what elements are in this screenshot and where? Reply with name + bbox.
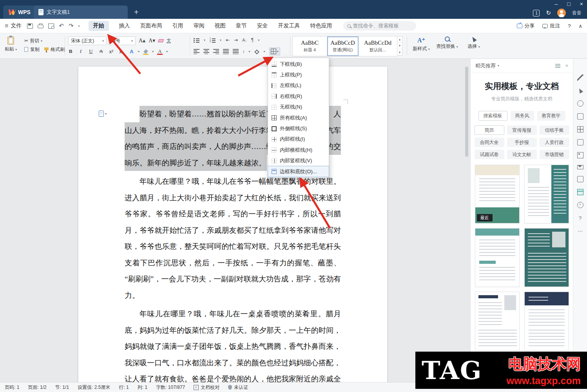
pinyin-guide-button[interactable]: 文 <box>167 38 171 43</box>
document-scrollbar[interactable] <box>465 61 469 379</box>
style-heading4[interactable]: AaBbC 标题 4 <box>293 36 327 56</box>
menu-item-all-borders[interactable]: 所有框线(A) <box>268 113 329 123</box>
tab-insert[interactable]: 插入 <box>119 22 130 29</box>
tab-security[interactable]: 安全 <box>257 22 268 29</box>
tag-papers[interactable]: 论文文献 <box>507 150 537 159</box>
menu-item-no-border[interactable]: 无框线(N) <box>268 102 329 113</box>
tab-review[interactable]: 审阅 <box>194 22 205 29</box>
template-thumbnail[interactable] <box>475 292 520 350</box>
table-icon[interactable] <box>577 126 583 132</box>
tab-education[interactable]: 教育教学 <box>537 111 565 121</box>
align-left-icon[interactable] <box>194 49 199 54</box>
edit-icon[interactable] <box>577 74 583 81</box>
tab-dev-tools[interactable]: 开发工具 <box>278 22 300 29</box>
template-thumbnail[interactable]: 最近 <box>475 165 520 223</box>
paragraph-3[interactable]: 年味儿在哪里？哦，年味儿在一桌桌香喷喷的菜肴里。腊月底，妈妈为过年的饭菜忙活了好… <box>125 306 341 382</box>
document-tab[interactable]: 文字文稿1 <box>34 5 128 19</box>
select-button[interactable]: 选择 ▾ <box>462 36 485 50</box>
collapse-ribbon-button[interactable]: ∧ <box>578 23 582 29</box>
align-center-icon[interactable] <box>203 49 209 54</box>
borders-button[interactable]: ▾ <box>269 47 280 55</box>
print-icon[interactable] <box>38 25 43 28</box>
tag-poster[interactable]: 宣传海报 <box>507 125 537 135</box>
format-painter-button[interactable]: 格式刷 <box>44 46 65 53</box>
wps-home-tab[interactable]: WPS <box>3 5 36 19</box>
more-options-icon[interactable]: ⋯ <box>577 228 583 234</box>
strikethrough-button[interactable]: A <box>97 47 105 55</box>
menu-item-inside-horizontal[interactable]: 内部横框线(H) <box>268 145 329 155</box>
subscript-button[interactable]: x₂ <box>118 47 125 55</box>
panel-filter-icon[interactable] <box>555 64 560 68</box>
tab-page-layout[interactable]: 页面布局 <box>140 22 162 29</box>
superscript-button[interactable]: x² <box>107 47 115 55</box>
menu-item-right-border[interactable]: 右框线(R) <box>268 91 329 102</box>
undo-icon[interactable]: ↶ <box>59 22 64 29</box>
menu-item-inside-borders[interactable]: 内部框线(I) <box>268 134 329 145</box>
tag-resume[interactable]: 简历 <box>475 125 504 135</box>
history-icon[interactable] <box>577 202 583 208</box>
document-page[interactable]: ▾ 盼望着，盼望着……翘首以盼的新年近了人 山人海，好不热闹。瞧，拎着大大小小行… <box>78 67 387 382</box>
decrease-indent-icon[interactable]: ⇤ <box>226 37 230 43</box>
tag-exams[interactable]: 试题试卷 <box>475 150 504 159</box>
paragraph-mark-icon[interactable]: ¶ <box>251 37 254 43</box>
gallery-up-icon[interactable]: ▴ <box>397 36 402 43</box>
menu-item-left-border[interactable]: 左框线(L) <box>268 80 329 91</box>
mail-icon[interactable] <box>577 165 583 169</box>
tab-view[interactable]: 视图 <box>215 22 226 29</box>
status-certification[interactable]: 未认证 <box>228 384 248 391</box>
user-avatar[interactable] <box>557 9 566 17</box>
italic-button[interactable]: I <box>77 47 85 55</box>
tab-home[interactable]: 开始 <box>89 21 109 31</box>
status-word-count[interactable]: 字数: 107/877 <box>156 384 185 391</box>
file-menu[interactable]: 文件 <box>11 22 22 29</box>
clear-format-icon[interactable] <box>158 39 164 42</box>
tab-business-style[interactable]: 商务风 <box>511 111 534 121</box>
panel-close-icon[interactable]: × <box>565 63 568 69</box>
quickbar-more-icon[interactable]: ▾ <box>78 24 80 28</box>
tag-stationery[interactable]: 信纸手账 <box>540 125 569 135</box>
page-settings-widget[interactable]: ▾ <box>99 111 107 117</box>
distribute-icon[interactable] <box>233 49 239 54</box>
hamburger-icon[interactable]: ≡ <box>5 22 8 29</box>
tab-section[interactable]: 章节 <box>236 22 247 29</box>
print-preview-icon[interactable] <box>48 24 54 29</box>
scrollbar-thumb[interactable] <box>465 67 468 157</box>
minimize-button[interactable]: – <box>555 1 558 7</box>
underline-button[interactable]: U <box>87 47 95 55</box>
copy-button[interactable]: 复制 <box>24 46 40 53</box>
sort-icon[interactable]: A↓ <box>242 38 247 42</box>
font-color-button[interactable]: A <box>156 47 164 55</box>
cut-button[interactable]: ✂剪切▾ <box>24 36 65 45</box>
gallery-more-icon[interactable]: ▾ <box>397 49 402 55</box>
bold-button[interactable]: B <box>67 47 74 55</box>
gallery-down-icon[interactable]: ▾ <box>397 43 402 49</box>
tag-marketing[interactable]: 市场营销 <box>540 150 569 159</box>
menu-item-bottom-border[interactable]: 下框线(B) <box>268 59 329 69</box>
comment-button[interactable]: 批注 <box>542 22 560 29</box>
bullet-list-icon[interactable] <box>194 38 199 42</box>
align-right-icon[interactable] <box>213 49 219 54</box>
image-icon[interactable] <box>577 152 583 158</box>
share-button[interactable]: 分享 <box>517 22 534 29</box>
command-search-input[interactable]: 查找命令、搜索模板 <box>343 21 416 31</box>
style-default-para[interactable]: AaBbCcDd 默认段... <box>359 36 397 56</box>
templates-panel-icon[interactable] <box>577 189 583 195</box>
tag-hr-admin[interactable]: 人资行政 <box>540 138 569 147</box>
increase-font-button[interactable]: A▴ <box>139 37 145 44</box>
shading-icon[interactable] <box>254 49 259 54</box>
paragraph-2[interactable]: 年味儿在哪里？哦，年味儿在爷爷一幅幅笔墨飘香的对联里。进入腊月，街上大街小巷开始… <box>125 173 341 303</box>
text-effects-button[interactable]: A <box>128 47 136 55</box>
menu-item-top-border[interactable]: 上框线(P) <box>268 69 329 80</box>
menu-item-inside-vertical[interactable]: 内部竖框线(V) <box>268 156 329 166</box>
pointer-icon[interactable] <box>577 87 583 93</box>
paste-button[interactable]: 粘贴 ▾ <box>5 36 17 53</box>
save-icon[interactable] <box>27 24 33 29</box>
line-spacing-icon[interactable]: ↕ <box>243 49 245 54</box>
close-button[interactable]: × <box>580 1 583 7</box>
status-proofing[interactable]: ✓文档校对 <box>194 384 219 391</box>
panel-header-dropdown[interactable]: 稻壳推荐 ▾ <box>475 62 499 69</box>
find-icon[interactable] <box>577 100 583 107</box>
tag-handcopy[interactable]: 手抄报 <box>507 138 537 147</box>
template-thumbnail[interactable] <box>524 292 569 350</box>
font-size-select[interactable]: 四号▾ <box>108 36 136 45</box>
